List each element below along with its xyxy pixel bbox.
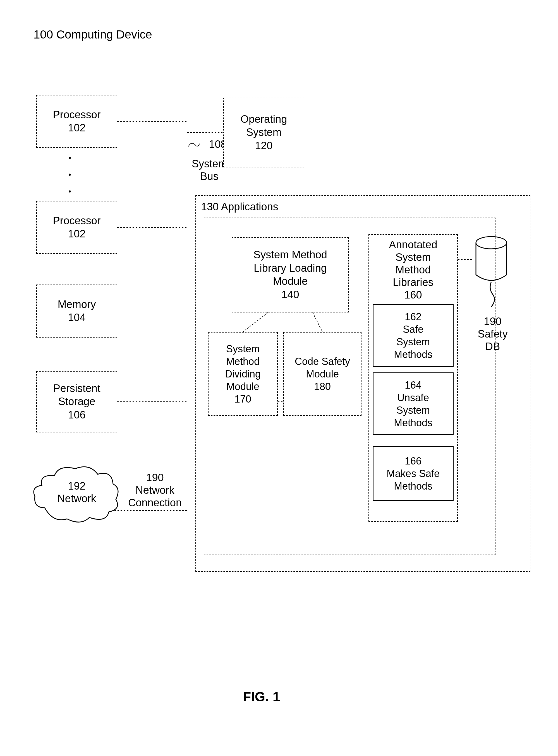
processor-1-num: 102 <box>68 122 85 135</box>
figure-label: FIG. 1 <box>243 689 280 704</box>
safety-mod-label-2: Module <box>306 368 339 380</box>
os-label-2: System <box>246 126 282 139</box>
dividing-label-1: System <box>226 343 260 355</box>
os-box: Operating System 120 <box>223 98 304 167</box>
annotated-label-3: Method <box>373 264 454 276</box>
dividing-module-box: System Method Dividing Module 170 <box>208 332 278 416</box>
loading-module-box: System Method Library Loading Module 140 <box>232 237 349 313</box>
unsafe-label-1: Unsafe <box>397 392 429 404</box>
processor-1-box: Processor 102 <box>36 95 117 148</box>
memory-label: Memory <box>57 298 96 311</box>
storage-box: Persistent Storage 106 <box>36 371 117 432</box>
makes-label-2: Methods <box>394 480 432 492</box>
dividing-num: 170 <box>234 393 251 405</box>
loading-label-1: System Method <box>253 248 327 262</box>
processor-2-box: Processor 102 <box>36 201 117 254</box>
unsafe-label-3: Methods <box>394 416 432 429</box>
safe-label-1: Safe <box>403 323 424 335</box>
ellipsis-dot: • <box>68 170 71 179</box>
bus-label-2: Bus <box>184 170 234 183</box>
loading-label-3: Module <box>273 275 308 288</box>
safety-db-label-1: Safety <box>472 328 514 341</box>
makes-label-1: Makes Safe <box>387 467 440 480</box>
os-label-1: Operating <box>240 113 287 126</box>
makes-num: 166 <box>405 455 422 467</box>
annotated-label-2: System <box>373 251 454 264</box>
memory-box: Memory 104 <box>36 285 117 338</box>
network-num: 192 <box>54 480 99 493</box>
processor-2-label: Processor <box>53 214 101 227</box>
safety-mod-num: 180 <box>314 380 331 393</box>
safety-db-num: 190 <box>475 315 511 328</box>
unsafe-methods-box: 164 Unsafe System Methods <box>373 372 454 435</box>
annotated-label-4: Libraries <box>373 276 454 289</box>
dividing-label-3: Dividing <box>225 368 261 380</box>
safety-db-label-2: DB <box>472 340 514 353</box>
makes-safe-box: 166 Makes Safe Methods <box>373 447 454 501</box>
ellipsis-dot: • <box>68 187 71 196</box>
safe-num: 162 <box>405 310 422 323</box>
svg-point-0 <box>476 237 507 249</box>
loading-label-2: Library Loading <box>254 262 327 275</box>
net-conn-num: 190 <box>123 471 187 484</box>
memory-num: 104 <box>68 311 85 324</box>
safe-label-3: Methods <box>394 348 432 361</box>
dividing-label-4: Module <box>226 380 259 393</box>
cylinder-icon <box>472 234 514 313</box>
net-conn-label-2: Connection <box>117 496 193 509</box>
unsafe-num: 164 <box>405 379 422 392</box>
safety-mod-label-1: Code Safety <box>295 355 350 368</box>
net-conn-label-1: Network <box>123 484 187 497</box>
safe-label-2: System <box>397 335 430 348</box>
unsafe-label-2: System <box>397 404 430 416</box>
dividing-label-2: Method <box>226 355 260 368</box>
applications-label: 130 Applications <box>201 201 278 213</box>
safe-methods-box: 162 Safe System Methods <box>373 304 454 367</box>
network-label: Network <box>49 492 105 505</box>
storage-label-1: Persistent <box>53 382 101 395</box>
annotated-num: 160 <box>373 289 454 302</box>
storage-label-2: Storage <box>58 395 95 408</box>
os-num: 120 <box>255 139 273 153</box>
processor-2-num: 102 <box>68 227 85 241</box>
safety-module-box: Code Safety Module 180 <box>283 332 361 416</box>
bus-leader <box>187 138 201 152</box>
storage-num: 106 <box>68 408 85 422</box>
diagram-title: 100 Computing Device <box>33 28 152 41</box>
ellipsis-dot: • <box>68 154 71 162</box>
annotated-label-1: Annotated <box>373 239 454 251</box>
processor-1-label: Processor <box>53 108 101 122</box>
loading-num: 140 <box>281 288 299 302</box>
